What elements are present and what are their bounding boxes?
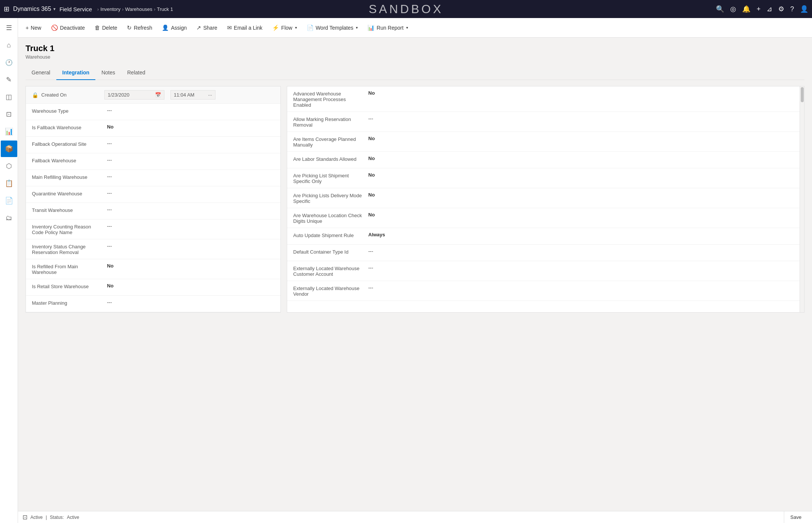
record-title: Truck 1 [26, 44, 804, 53]
run-report-button[interactable]: 📊 Run Report ▾ [363, 22, 413, 33]
tabs-bar: General Integration Notes Related [26, 66, 804, 80]
delete-icon: 🗑 [95, 24, 100, 31]
breadcrumb-warehouses[interactable]: Warehouses [125, 6, 152, 12]
word-templates-button[interactable]: 📄 Word Templates ▾ [302, 22, 363, 33]
top-right-icons: 🔍 ◎ 🔔 + ⊿ ⚙ ? 👤 [716, 5, 808, 13]
sidebar-item-home[interactable]: ⌂ [1, 37, 17, 53]
field-row-fallback-warehouse: Fallback Warehouse --- [26, 153, 280, 170]
sidebar-item-menu[interactable]: ☰ [1, 20, 17, 36]
time-value: 11:04 AM [174, 92, 194, 98]
sidebar-item-grid1[interactable]: ⊡ [1, 106, 17, 122]
refresh-button[interactable]: ↻ Refresh [122, 22, 157, 33]
flow-button[interactable]: ⚡ Flow ▾ [268, 22, 301, 33]
field-row-labor-standards: Are Labor Standards Allowed No [287, 152, 804, 168]
field-row-is-fallback: Is Fallback Warehouse No [26, 120, 280, 137]
record-subtitle: Warehouse [26, 54, 804, 60]
breadcrumb-truck1[interactable]: Truck 1 [157, 6, 173, 12]
sidebar-item-reports[interactable]: 📊 [1, 123, 17, 140]
tab-related[interactable]: Related [121, 66, 151, 80]
field-row-warehouse-type: Warehouse Type --- [26, 104, 280, 120]
add-icon[interactable]: + [756, 5, 761, 13]
save-button[interactable]: Save [784, 511, 807, 523]
word-templates-chevron: ▾ [356, 26, 358, 30]
field-row-allow-marking: Allow Marking Reservation Removal --- [287, 112, 804, 132]
deactivate-icon: 🚫 [51, 24, 58, 31]
field-row-inventory-status: Inventory Status Change Reservation Remo… [26, 239, 280, 259]
flow-icon: ⚡ [272, 24, 279, 31]
field-row-check-digits: Are Warehouse Location Check Digits Uniq… [287, 208, 804, 228]
breadcrumb-inventory[interactable]: Inventory [100, 6, 120, 12]
email-link-button[interactable]: ✉ Email a Link [223, 22, 267, 33]
user-icon[interactable]: 👤 [800, 5, 808, 13]
field-row-auto-update: Auto Update Shipment Rule Always [287, 228, 804, 245]
right-form-section: Advanced Warehouse Management Processes … [287, 86, 804, 313]
field-row-ext-vendor: Externally Located Warehouse Vendor --- [287, 281, 804, 301]
new-button[interactable]: + New [21, 22, 46, 33]
dynamics-label: Dynamics 365 [13, 6, 51, 12]
breadcrumb: › Inventory › Warehouses › Truck 1 [97, 6, 173, 12]
sidebar-item-docs[interactable]: 📄 [1, 192, 17, 209]
field-row-main-refilling: Main Refilling Warehouse --- [26, 170, 280, 186]
scroll-thumb [801, 87, 804, 102]
field-row-is-refilled: Is Refilled From Main Warehouse No [26, 259, 280, 279]
word-templates-icon: 📄 [307, 24, 314, 31]
sidebar-item-service[interactable]: ⬡ [1, 158, 17, 174]
run-report-icon: 📊 [368, 24, 375, 31]
sidebar-item-packages[interactable]: 🗂 [1, 210, 17, 226]
field-row-quarantine: Quarantine Warehouse --- [26, 186, 280, 203]
scroll-bar[interactable] [800, 86, 804, 312]
status-bar: ⊡ Active | Status: Active Save [18, 511, 812, 523]
record-icon: ⊡ [23, 514, 27, 521]
share-button[interactable]: ↗ Share [192, 22, 221, 33]
calendar-icon: 📅 [155, 92, 161, 98]
field-row-items-coverage: Are Items Coverage Planned Manually No [287, 132, 804, 152]
field-row-transit: Transit Warehouse --- [26, 203, 280, 219]
flow-chevron: ▾ [295, 26, 297, 30]
sidebar-item-recent[interactable]: 🕐 [1, 54, 17, 71]
tab-general[interactable]: General [26, 66, 56, 80]
refresh-icon: ↻ [127, 24, 132, 31]
app-name-label: Field Service [59, 6, 92, 12]
deactivate-button[interactable]: 🚫 Deactivate [47, 22, 89, 33]
status-label: Status: [50, 515, 64, 520]
sidebar-item-list[interactable]: 📋 [1, 175, 17, 192]
left-form-section: 🔒 Created On 1/23/2020 📅 11:04 AM ··· [26, 86, 281, 313]
tab-integration[interactable]: Integration [56, 66, 95, 80]
email-icon: ✉ [227, 24, 232, 31]
time-more-icon: ··· [208, 92, 212, 98]
form-area: 🔒 Created On 1/23/2020 📅 11:04 AM ··· [26, 86, 804, 313]
search-icon[interactable]: 🔍 [716, 5, 724, 13]
sandbox-title: SANDBOX [369, 2, 443, 16]
main-content: + New 🚫 Deactivate 🗑 Delete ↻ Refresh 👤 … [18, 18, 812, 523]
settings-icon[interactable]: ⚙ [778, 5, 784, 13]
lock-icon: 🔒 [32, 92, 38, 98]
top-navigation: ⊞ Dynamics 365 ▾ Field Service › Invento… [0, 0, 812, 18]
notification-icon[interactable]: 🔔 [742, 5, 750, 13]
sidebar-item-inventory[interactable]: 📦 [1, 141, 17, 157]
tab-notes[interactable]: Notes [95, 66, 121, 80]
main-layout: ☰ ⌂ 🕐 ✎ ◫ ⊡ 📊 📦 ⬡ 📋 📄 🗂 + New 🚫 Deactiva… [0, 18, 812, 523]
assign-icon: 👤 [162, 24, 169, 31]
date-input[interactable]: 1/23/2020 📅 [104, 90, 164, 100]
created-on-row: 🔒 Created On 1/23/2020 📅 11:04 AM ··· [26, 86, 280, 104]
status-separator: | [46, 515, 47, 520]
target-icon[interactable]: ◎ [730, 5, 736, 13]
active-status: Active [30, 515, 43, 520]
field-row-fallback-site: Fallback Operational Site --- [26, 137, 280, 153]
brand-area[interactable]: Dynamics 365 ▾ [13, 6, 56, 12]
filter-icon[interactable]: ⊿ [767, 5, 772, 13]
sidebar-item-activities[interactable]: ✎ [1, 71, 17, 88]
sidebar-item-notes[interactable]: ◫ [1, 89, 17, 105]
help-icon[interactable]: ? [790, 5, 794, 13]
delete-button[interactable]: 🗑 Delete [90, 22, 122, 33]
brand-chevron: ▾ [53, 6, 56, 12]
app-grid-icon[interactable]: ⊞ [4, 5, 9, 13]
field-row-container-type: Default Container Type Id --- [287, 245, 804, 261]
assign-button[interactable]: 👤 Assign [157, 22, 191, 33]
run-report-chevron: ▾ [406, 26, 408, 30]
field-row-picking-lists-delivery: Are Picking Lists Delivery Mode Specific… [287, 188, 804, 208]
command-bar: + New 🚫 Deactivate 🗑 Delete ↻ Refresh 👤 … [18, 18, 812, 38]
field-row-picking-list-shipment: Are Picking List Shipment Specific Only … [287, 168, 804, 188]
time-input[interactable]: 11:04 AM ··· [170, 90, 215, 100]
new-icon: + [26, 24, 29, 31]
